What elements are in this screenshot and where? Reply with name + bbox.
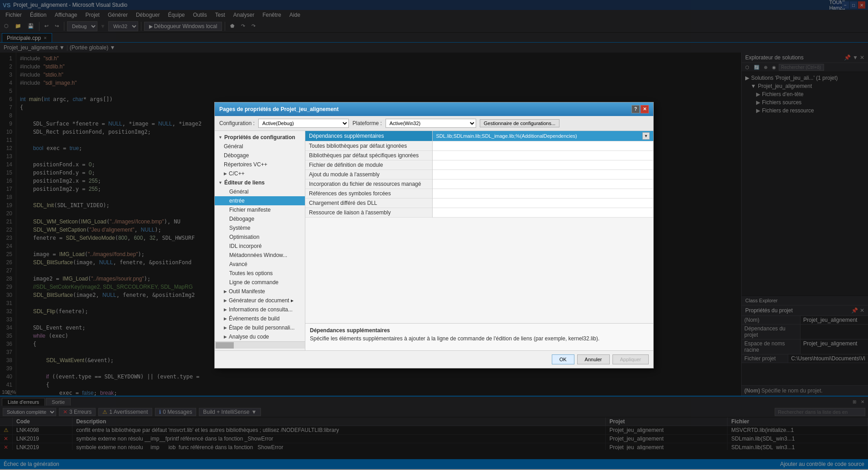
tree-debug2-label: Débogage [229, 216, 254, 222]
tree-cpp-expand: ▶ [224, 171, 227, 176]
prop-deps-dropdown[interactable]: ▼ [642, 132, 650, 140]
tree-all-options[interactable]: Toutes les options [215, 269, 305, 278]
prop-force-val [432, 189, 653, 198]
modal-desc-text: Spécifie les éléments supplémentaires à … [310, 335, 599, 342]
tree-debogage[interactable]: Débogage [215, 151, 305, 160]
prop-def-val [432, 160, 653, 170]
props-grid-table: Dépendances supplémentaires ▼ Toutes bib… [305, 131, 653, 218]
prop-row-assembly-res[interactable]: Ressource de liaison à l'assembly [305, 208, 653, 217]
prop-add-module-key: Ajout du module à l'assembly [305, 170, 432, 179]
properties-dialog: Pages de propriétés de Projet_jeu_aligne… [214, 102, 654, 368]
prop-row-ignore-spec[interactable]: Bibliothèques par défaut spécifiques ign… [305, 150, 653, 160]
prop-row-ignore-all[interactable]: Toutes bibliothèques par défaut ignorées [305, 141, 653, 150]
prop-deps-val[interactable]: ▼ [433, 131, 654, 141]
tree-repertoires-label: Répertoires VC++ [224, 161, 267, 168]
prop-def-key: Fichier de définition de module [305, 160, 432, 170]
prop-ignore-spec-key: Bibliothèques par défaut spécifiques ign… [305, 150, 432, 160]
cancel-button[interactable]: Annuler [577, 354, 610, 364]
prop-ignore-spec-val [432, 150, 653, 160]
tree-scrollbar[interactable] [215, 341, 305, 349]
prop-row-embed-res[interactable]: Incorporation du fichier de ressources m… [305, 179, 653, 189]
prop-deps-key: Dépendances supplémentaires [305, 131, 432, 141]
tree-config-label: Propriétés de configuration [224, 134, 295, 141]
ok-button[interactable]: OK [552, 354, 574, 364]
tree-browse[interactable]: ▶ Informations de consulta... [215, 305, 305, 314]
tree-advanced-label: Avancé [229, 261, 247, 267]
tree-build-expand: ▶ [224, 316, 227, 321]
modal-config-header: Configuration : Active(Debug) Plateforme… [215, 116, 653, 131]
tree-linker-entree[interactable]: entrée [215, 196, 305, 205]
tree-entree-label: entrée [229, 198, 245, 204]
tree-general-label: Général [224, 143, 243, 150]
prop-assembly-val [432, 208, 653, 217]
tree-metadata-label: Métadonnées Window... [229, 252, 287, 258]
prop-row-delay-dll[interactable]: Chargement différé des DLL [305, 198, 653, 208]
prop-embed-val [432, 179, 653, 189]
prop-add-module-val [432, 170, 653, 179]
config-manager-button[interactable]: Gestionnaire de configurations... [480, 119, 559, 127]
tree-linker-general[interactable]: Général [215, 187, 305, 196]
tree-linker-label: Éditeur de liens [224, 179, 265, 186]
tree-doc-gen[interactable]: ▶ Générateur de document ▸ [215, 296, 305, 305]
tree-browse-label: Informations de consulta... [229, 306, 293, 313]
apply-button[interactable]: Appliquer [612, 354, 649, 364]
tree-manifest-expand: ▶ [224, 289, 227, 294]
tree-code-analysis[interactable]: ▶ Analyse du code [215, 332, 305, 341]
tree-manifeste-label: Fichier manifeste [229, 207, 270, 213]
tree-repertoires[interactable]: Répertoires VC++ [215, 160, 305, 169]
tree-cmdline[interactable]: Ligne de commande [215, 278, 305, 287]
props-grid: Dépendances supplémentaires ▼ Toutes bib… [305, 131, 653, 323]
prop-deps-input[interactable] [436, 133, 642, 139]
prop-ignore-all-key: Toutes bibliothèques par défaut ignorées [305, 141, 432, 150]
tree-config-props[interactable]: ▼ Propriétés de configuration [215, 133, 305, 142]
tree-build-events[interactable]: ▶ Événements de build [215, 314, 305, 323]
tree-custom-expand: ▶ [224, 325, 227, 330]
tree-doc-expand: ▶ [224, 298, 227, 303]
modal-window-controls: ? ✕ [632, 105, 649, 113]
tree-debogage-label: Débogage [224, 152, 249, 159]
modal-props-content: Dépendances supplémentaires ▼ Toutes bib… [305, 131, 653, 350]
tree-custom-build[interactable]: ▶ Étape de build personnali... [215, 323, 305, 332]
tree-systeme-label: Système [229, 225, 251, 231]
prop-row-deps-supp[interactable]: Dépendances supplémentaires ▼ [305, 131, 653, 141]
prop-ignore-all-val [432, 141, 653, 150]
tree-all-options-label: Toutes les options [229, 270, 273, 276]
platform-label: Plateforme : [352, 120, 382, 126]
prop-row-def-file[interactable]: Fichier de définition de module [305, 160, 653, 170]
prop-assembly-key: Ressource de liaison à l'assembly [305, 208, 432, 217]
tree-advanced[interactable]: Avancé [215, 260, 305, 269]
prop-delay-key: Chargement différé des DLL [305, 198, 432, 208]
modal-overlay: Pages de propriétés de Projet_jeu_aligne… [0, 0, 868, 470]
tree-linker[interactable]: ▼ Éditeur de liens [215, 178, 305, 187]
config-select[interactable]: Active(Debug) [258, 119, 349, 128]
modal-help-button[interactable]: ? [632, 105, 640, 113]
modal-close-button[interactable]: ✕ [641, 105, 649, 113]
modal-titlebar: Pages de propriétés de Projet_jeu_aligne… [215, 102, 653, 116]
prop-force-key: Références des symboles forcées [305, 189, 432, 198]
modal-tree: ▼ Propriétés de configuration Général Dé… [215, 131, 305, 350]
tree-idl[interactable]: IDL incorporé [215, 242, 305, 251]
modal-description: Dépendances supplémentaires Spécifie les… [305, 323, 653, 350]
tree-analysis-label: Analyse du code [229, 334, 269, 340]
tree-manifeste[interactable]: Fichier manifeste [215, 205, 305, 214]
prop-delay-val [432, 198, 653, 208]
tree-optim-label: Optimisation [229, 234, 260, 240]
modal-title: Pages de propriétés de Projet_jeu_aligne… [219, 106, 338, 112]
tree-custom-label: Étape de build personnali... [229, 325, 294, 331]
tree-cpp[interactable]: ▶ C/C++ [215, 169, 305, 178]
modal-body: ▼ Propriétés de configuration Général Dé… [215, 131, 653, 350]
prop-row-add-module[interactable]: Ajout du module à l'assembly [305, 170, 653, 179]
tree-metadata[interactable]: Métadonnées Window... [215, 251, 305, 260]
tree-linker-expand: ▼ [218, 180, 222, 185]
tree-doc-label: Générateur de document ▸ [229, 297, 294, 304]
tree-manifest-label: Outil Manifeste [229, 288, 265, 295]
tree-optim[interactable]: Optimisation [215, 233, 305, 242]
tree-scroll-thumb[interactable] [216, 342, 234, 349]
tree-systeme[interactable]: Système [215, 223, 305, 233]
platform-select[interactable]: Active(Win32) [386, 119, 476, 128]
tree-general[interactable]: Général [215, 142, 305, 151]
tree-debug2[interactable]: Débogage [215, 214, 305, 223]
tree-browse-expand: ▶ [224, 307, 227, 312]
tree-manifest-tool[interactable]: ▶ Outil Manifeste [215, 287, 305, 296]
prop-row-force-sym[interactable]: Références des symboles forcées [305, 189, 653, 198]
